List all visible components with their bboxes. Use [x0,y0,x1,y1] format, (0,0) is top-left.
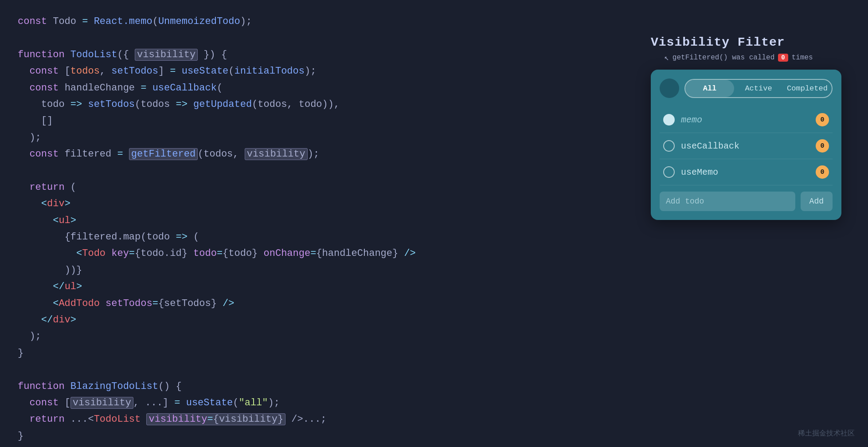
code-line-14: {filtered.map(todo => ( [18,229,620,245]
called-annotation: ↖ getFiltered() was called 0 times [664,53,813,63]
todo-card: All Active Completed memo 0 useCallback [651,70,841,220]
todo-item-3-radio[interactable] [663,166,675,178]
add-todo-area: Add [660,192,833,211]
code-line-24: const [visibility, ...] = useState("all"… [18,395,620,411]
code-line-11: return ( [18,179,620,196]
code-line-8: ); [18,129,620,146]
todo-item-2-left: useCallback [663,140,739,152]
code-line-12: <div> [18,196,620,212]
code-line-7: [] [18,113,620,129]
code-line-1: const Todo = React.memo(UnmemoizedTodo); [18,13,620,30]
code-line-19: </div> [18,312,620,328]
add-todo-button[interactable]: Add [801,192,833,211]
code-line-20: ); [18,328,620,345]
todo-item-2-badge: 0 [816,139,829,153]
annotation-count-badge: 0 [778,54,788,62]
filter-active-button[interactable]: Active [734,80,783,97]
code-line-26: } [18,428,620,444]
filter-circle-icon [660,78,679,98]
todo-item-2-label: useCallback [681,141,739,151]
code-line-blank-2 [18,163,620,179]
annotation-times: times [792,54,813,62]
code-line-5: const handleChange = useCallback( [18,80,620,96]
code-line-6: todo => setTodos(todos => getUpdated(tod… [18,96,620,113]
code-editor: const Todo = React.memo(UnmemoizedTodo);… [0,0,637,447]
code-line-17: </ul> [18,278,620,295]
filter-buttons-group: All Active Completed [684,79,833,98]
todo-item-3-left: useMemo [663,166,718,178]
code-line-23: function BlazingTodoList() { [18,378,620,395]
watermark: 稀土掘金技术社区 [798,429,855,438]
code-line-18: <AddTodo setTodos={setTodos} /> [18,295,620,312]
todo-item-1-radio[interactable] [663,114,675,125]
code-line-9: const filtered = getFiltered(todos, visi… [18,146,620,162]
code-line-blank-1 [18,30,620,46]
visibility-filter-title: Visibility Filter [651,35,785,49]
filter-completed-button[interactable]: Completed [783,80,832,97]
todo-item-3: useMemo 0 [660,159,833,185]
right-panel: Visibility Filter ↖ getFiltered() was ca… [637,0,868,447]
code-line-25: return ...<TodoList visibility={visibili… [18,411,620,427]
main-container: const Todo = React.memo(UnmemoizedTodo);… [0,0,868,447]
todo-item-1-label: memo [681,115,702,125]
annotation-arrow: ↖ [664,53,669,63]
todo-item-1-left: memo [663,114,702,125]
code-line-blank-3 [18,361,620,378]
code-line-3: function TodoList({ visibility }) { [18,47,620,63]
todo-item-2: useCallback 0 [660,133,833,159]
annotation-text: getFiltered() was called [673,54,774,62]
todo-item-1: memo 0 [660,107,833,133]
todo-item-3-badge: 0 [816,165,829,179]
code-line-16: ))} [18,262,620,278]
add-todo-input[interactable] [660,192,795,211]
code-line-21: } [18,345,620,361]
filter-all-button[interactable]: All [685,80,734,97]
code-line-13: <ul> [18,212,620,229]
todo-item-1-badge: 0 [816,113,829,126]
code-line-4: const [todos, setTodos] = useState(initi… [18,63,620,79]
todo-item-3-label: useMemo [681,167,718,177]
filter-tabs-row: All Active Completed [660,78,833,98]
todo-item-2-radio[interactable] [663,140,675,152]
code-line-15: <Todo key={todo.id} todo={todo} onChange… [18,245,620,262]
